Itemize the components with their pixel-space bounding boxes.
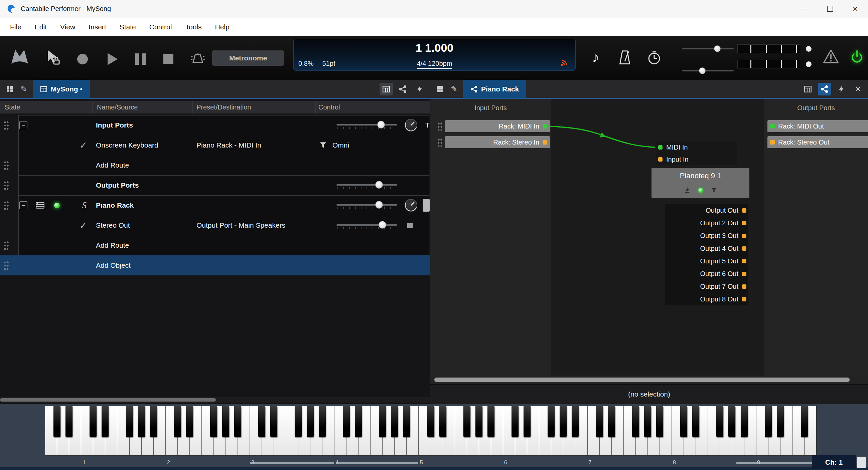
route-condition[interactable]: Omni	[319, 141, 349, 149]
plugin-output-pin[interactable]: Output 7 Out	[665, 280, 748, 293]
piano-black-key[interactable]	[524, 406, 531, 437]
piano-black-key[interactable]	[777, 406, 784, 437]
piano-black-key[interactable]	[138, 406, 145, 437]
record-button[interactable]	[77, 54, 88, 64]
drag-handle-icon[interactable]	[4, 121, 9, 130]
piano-black-key[interactable]	[632, 406, 639, 437]
piano-black-key[interactable]	[475, 406, 483, 437]
tab-piano-rack[interactable]: Piano Rack	[463, 80, 526, 98]
clipped-button[interactable]	[423, 199, 430, 212]
play-button[interactable]	[107, 53, 118, 65]
table-row-onscreen-keyboard[interactable]: ✓ Onscreen Keyboard Piano Rack - MIDI In…	[0, 135, 430, 155]
piano-black-key[interactable]	[488, 406, 494, 437]
piano-black-key[interactable]	[644, 406, 651, 437]
piano-black-key[interactable]	[379, 406, 386, 437]
menu-item-insert[interactable]: Insert	[82, 18, 113, 36]
menu-item-control[interactable]: Control	[143, 18, 179, 36]
piano-black-key[interactable]	[222, 406, 229, 437]
piano-white-key[interactable]	[418, 406, 430, 455]
piano-black-key[interactable]	[234, 406, 241, 437]
bell-icon[interactable]	[189, 52, 207, 66]
drag-handle-icon[interactable]	[4, 161, 9, 170]
drag-handle-icon[interactable]	[437, 122, 442, 131]
gain-slider-bottom[interactable]	[682, 67, 734, 74]
piano-black-key[interactable]	[560, 406, 567, 437]
metronome-icon[interactable]	[617, 49, 632, 65]
table-row-piano-rack[interactable]: − S Piano Rack	[0, 195, 430, 215]
piano-black-key[interactable]	[728, 406, 735, 437]
piano-white-key[interactable]	[503, 406, 515, 455]
gain-slider-top[interactable]	[682, 45, 734, 52]
piano-black-key[interactable]	[512, 406, 519, 437]
plugin-output-pin[interactable]: Output 8 Out	[665, 293, 748, 305]
piano-white-key[interactable]	[708, 406, 720, 455]
table-row-output-ports[interactable]: Output Ports	[0, 175, 430, 195]
gain-slider[interactable]	[336, 180, 397, 191]
mute-button[interactable]	[407, 223, 413, 228]
drag-handle-icon[interactable]	[4, 201, 9, 210]
metronome-button[interactable]: Metronome	[212, 51, 284, 66]
piano-black-key[interactable]	[716, 406, 723, 437]
piano-black-key[interactable]	[355, 406, 362, 437]
piano-black-key[interactable]	[126, 406, 133, 437]
table-view-button[interactable]	[379, 83, 393, 96]
table-row-add-route-2[interactable]: Add Route	[0, 235, 430, 255]
pan-knob[interactable]	[405, 199, 417, 212]
table-row-add-route-1[interactable]: Add Route	[0, 155, 430, 175]
triggers-view-button[interactable]	[835, 83, 848, 96]
gain-slider[interactable]	[336, 120, 397, 131]
piano-white-key[interactable]	[335, 406, 346, 455]
routing-view-button[interactable]	[818, 83, 831, 96]
gain-slider[interactable]	[336, 220, 397, 231]
pan-knob[interactable]	[405, 119, 417, 132]
piano-black-key[interactable]	[572, 406, 579, 437]
piano-white-key[interactable]	[117, 406, 129, 455]
piano-black-key[interactable]	[608, 406, 615, 437]
table-row-stereo-out[interactable]: ✓ Stereo Out Output Port - Main Speakers	[0, 215, 430, 235]
table-view-button[interactable]	[801, 83, 814, 96]
scrollbar-thumb[interactable]	[0, 398, 216, 402]
piano-black-key[interactable]	[101, 406, 108, 437]
routing-view-button[interactable]	[396, 83, 410, 96]
piano-black-key[interactable]	[391, 406, 398, 437]
piano-white-key[interactable]	[756, 406, 768, 455]
piano-black-key[interactable]	[801, 406, 808, 437]
piano-black-key[interactable]	[343, 406, 350, 437]
menu-item-help[interactable]: Help	[208, 18, 236, 36]
enabled-check-icon[interactable]: ✓	[80, 140, 87, 151]
maximize-button[interactable]	[817, 0, 843, 18]
plugin-output-pin[interactable]: Output Out	[665, 204, 748, 216]
piano-black-key[interactable]	[295, 406, 302, 437]
edit-pencil-icon[interactable]: ✎	[20, 85, 28, 94]
menu-item-tools[interactable]: Tools	[178, 18, 208, 36]
piano-black-key[interactable]	[692, 406, 699, 437]
piano-white-key[interactable]	[588, 406, 599, 455]
plugin-input-pin[interactable]: MIDI In	[656, 141, 737, 153]
grid-icon[interactable]	[436, 85, 444, 94]
table-row-input-ports[interactable]: − Input Ports T	[0, 115, 430, 135]
piano-white-key[interactable]	[81, 406, 93, 455]
drag-handle-icon[interactable]	[437, 138, 442, 146]
plugin-output-pin[interactable]: Output 2 Out	[665, 216, 748, 229]
collapse-toggle-icon[interactable]: −	[20, 121, 27, 129]
plugin-output-pin[interactable]: Output 3 Out	[665, 229, 748, 242]
piano-black-key[interactable]	[741, 406, 748, 437]
piano-black-key[interactable]	[596, 406, 603, 437]
plugin-node[interactable]: Pianoteq 9 1	[651, 168, 749, 198]
warning-icon[interactable]	[823, 49, 839, 64]
piano-black-key[interactable]	[548, 406, 555, 437]
piano-white-key[interactable]	[793, 406, 804, 455]
piano-white-key[interactable]	[250, 406, 261, 455]
gain-slider[interactable]	[336, 200, 397, 211]
piano-white-key[interactable]	[45, 406, 57, 455]
piano-white-key[interactable]	[371, 406, 382, 455]
piano-white-key[interactable]	[539, 406, 551, 455]
rack-input-port[interactable]: Rack: Stereo In	[445, 136, 550, 148]
timer-icon[interactable]	[647, 51, 661, 65]
triggers-view-button[interactable]	[413, 83, 426, 96]
add-object-label[interactable]: Add Object	[93, 261, 193, 269]
table-row-add-object[interactable]: Add Object	[0, 255, 430, 275]
piano-black-key[interactable]	[427, 406, 434, 437]
piano-black-key[interactable]	[186, 406, 193, 437]
enabled-check-icon[interactable]: ✓	[80, 220, 87, 231]
